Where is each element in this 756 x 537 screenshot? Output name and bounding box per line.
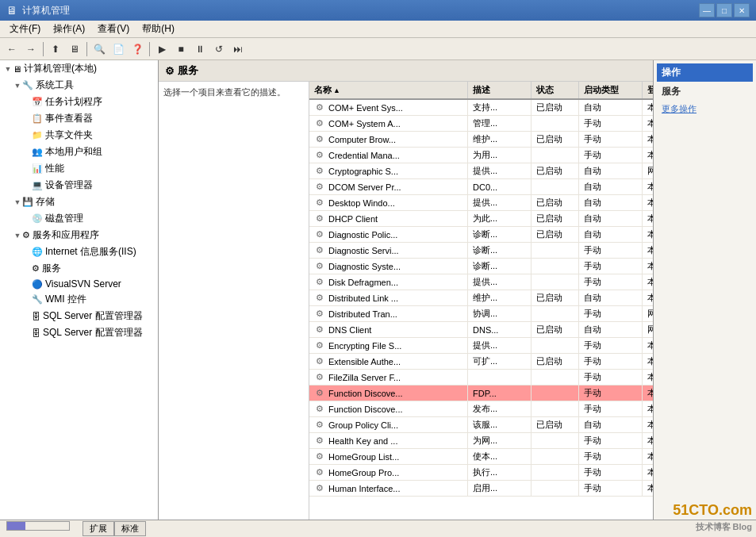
table-row[interactable]: ⚙Human Interface...启用...手动本地系统 [309, 481, 653, 497]
service-status-cell [532, 306, 579, 321]
tree-item-15[interactable]: 🗄SQL Server 配置管理器 [0, 308, 158, 324]
table-row[interactable]: ⚙FileZilla Server F...手动本地系统 [309, 370, 653, 385]
service-startup-cell: 自动 [579, 195, 643, 210]
service-name: DHCP Client [328, 214, 378, 224]
table-header-登录为[interactable]: 登录为 [643, 82, 653, 98]
tree-item-8[interactable]: ▼💾存储 [0, 194, 158, 210]
table-row[interactable]: ⚙Health Key and ...为网...手动本地系统 [309, 433, 653, 449]
up-button[interactable]: ⬆ [47, 40, 64, 58]
service-status-cell [532, 148, 579, 163]
back-button[interactable]: ← [3, 40, 21, 58]
tree-item-4[interactable]: 📁共享文件夹 [0, 127, 158, 144]
service-name-cell: ⚙Human Interface... [309, 481, 468, 496]
toolbar: ← → ⬆ 🖥 🔍 📄 ❓ ▶ ■ ⏸ ↺ ⏭ [0, 38, 756, 60]
tree-item-0[interactable]: ▼🖥计算机管理(本地) [0, 60, 158, 77]
service-logon-cell: 本地系统 [643, 481, 653, 496]
tree-item-13[interactable]: 🔵VisualSVN Server [0, 277, 158, 291]
tree-item-2[interactable]: 📅任务计划程序 [0, 94, 158, 110]
service-gear-icon: ⚙ [314, 420, 325, 431]
tree-item-3[interactable]: 📋事件查看器 [0, 110, 158, 127]
table-header-描述[interactable]: 描述 [468, 82, 532, 98]
menu-item[interactable]: 查看(V) [91, 21, 136, 37]
service-name-cell: ⚙Computer Brow... [309, 132, 468, 147]
table-row[interactable]: ⚙Cryptographic S...提供...已启动自动网络服务 [309, 163, 653, 179]
service-startup-cell: 手动 [579, 385, 643, 401]
more-actions-link[interactable]: 更多操作 [657, 102, 753, 117]
table-row[interactable]: ⚙Extensible Authe...可扩...已启动手动本地系统 [309, 354, 653, 370]
table-header-启动类型[interactable]: 启动类型 [579, 82, 643, 98]
service-status-cell [532, 481, 579, 496]
tree-item-16[interactable]: 🗄SQL Server 配置管理器 [0, 324, 158, 341]
status-tab-标准[interactable]: 标准 [114, 521, 146, 536]
table-row[interactable]: ⚙Diagnostic Servi...诊断...手动本地服务 [309, 243, 653, 259]
table-row[interactable]: ⚙Distributed Link ...维护...已启动自动本地系统 [309, 290, 653, 306]
tree-item-5[interactable]: 👥本地用户和组 [0, 144, 158, 160]
tree-item-14[interactable]: 🔧WMI 控件 [0, 291, 158, 308]
tree-node-icon: 🖥 [13, 64, 21, 74]
table-row[interactable]: ⚙Function Discove...FDP...手动本地服务 [309, 385, 653, 401]
pause-button[interactable]: ⏸ [191, 40, 209, 58]
minimize-button[interactable]: — [699, 3, 715, 17]
service-name-cell: ⚙Diagnostic Syste... [309, 259, 468, 274]
service-name: COM+ Event Sys... [328, 103, 403, 113]
table-row[interactable]: ⚙Distributed Tran...协调...手动网络服务 [309, 306, 653, 322]
service-logon-cell: 本地系统 [643, 465, 653, 480]
export-button[interactable]: 📄 [109, 40, 127, 58]
search-button[interactable]: 🔍 [90, 40, 108, 58]
service-name: Diagnostic Servi... [328, 246, 399, 255]
table-row[interactable]: ⚙COM+ Event Sys...支持...已启动自动本地服务 [309, 100, 653, 116]
tree-item-7[interactable]: 💻设备管理器 [0, 177, 158, 194]
menu-item[interactable]: 文件(F) [3, 21, 47, 37]
play-button[interactable]: ▶ [153, 40, 171, 58]
table-row[interactable]: ⚙DCOM Server Pr...DC0...自动本地系统 [309, 179, 653, 195]
table-row[interactable]: ⚙DHCP Client为此...已启动自动本地服务 [309, 211, 653, 227]
table-row[interactable]: ⚙Computer Brow...维护...已启动手动本地系统 [309, 132, 653, 148]
table-row[interactable]: ⚙HomeGroup Pro...执行...手动本地系统 [309, 465, 653, 481]
table-row[interactable]: ⚙Disk Defragmen...提供...手动本地系统 [309, 274, 653, 290]
service-startup-cell: 自动 [579, 417, 643, 432]
close-button[interactable]: ✕ [734, 3, 750, 17]
tree-item-11[interactable]: 🌐Internet 信息服务(IIS) [0, 244, 158, 260]
show-hide-button[interactable]: 🖥 [66, 40, 83, 58]
service-name: Function Discove... [328, 389, 403, 398]
tree-node-icon: 🔧 [22, 80, 33, 90]
table-row[interactable]: ⚙Group Policy Cli...该服...已启动自动本地系统 [309, 417, 653, 433]
help-button[interactable]: ❓ [129, 40, 146, 58]
table-row[interactable]: ⚙Encrypting File S...提供...手动本地系统 [309, 338, 653, 354]
stop-button[interactable]: ■ [172, 40, 190, 58]
status-bar: 扩展标准 [0, 520, 756, 537]
tree-item-9[interactable]: 💿磁盘管理 [0, 210, 158, 227]
tree-item-10[interactable]: ▼⚙服务和应用程序 [0, 227, 158, 244]
maximize-button[interactable]: □ [716, 3, 732, 17]
tree-item-12[interactable]: ⚙服务 [0, 260, 158, 277]
service-desc-cell: 执行... [468, 465, 532, 480]
service-desc-cell: 协调... [468, 306, 532, 321]
service-startup-cell: 自动 [579, 211, 643, 226]
table-row[interactable]: ⚙Desktop Windo...提供...已启动自动本地系统 [309, 195, 653, 211]
watermark: 51CTO.com 技术博客 Blog [673, 501, 752, 533]
table-header-状态[interactable]: 状态 [532, 82, 579, 98]
forward-button[interactable]: → [22, 40, 40, 58]
table-row[interactable]: ⚙COM+ System A...管理...手动本地系统 [309, 116, 653, 132]
table-row[interactable]: ⚙HomeGroup List...使本...手动本地服务 [309, 449, 653, 465]
service-status-cell [532, 179, 579, 194]
service-name: COM+ System A... [328, 119, 401, 128]
service-name-cell: ⚙Distributed Link ... [309, 290, 468, 305]
menu-item[interactable]: 帮助(H) [136, 21, 181, 37]
table-row[interactable]: ⚙Credential Mana...为用...手动本地系统 [309, 148, 653, 163]
service-startup-cell: 手动 [579, 274, 643, 290]
table-row[interactable]: ⚙DNS ClientDNS...已启动自动网络服务 [309, 322, 653, 338]
tree-node-label: 本地用户和组 [45, 145, 102, 159]
restart-button[interactable]: ↺ [210, 40, 228, 58]
tree-node-icon: ⚙ [32, 263, 40, 274]
status-tab-扩展[interactable]: 扩展 [83, 521, 114, 536]
tree-item-6[interactable]: 📊性能 [0, 160, 158, 177]
table-row[interactable]: ⚙Function Discove...发布...手动本地服务 [309, 401, 653, 417]
table-row[interactable]: ⚙Diagnostic Polic...诊断...已启动自动本地服务 [309, 227, 653, 243]
menu-item[interactable]: 操作(A) [47, 21, 91, 37]
service-gear-icon: ⚙ [314, 102, 325, 113]
table-row[interactable]: ⚙Diagnostic Syste...诊断...手动本地系统 [309, 259, 653, 274]
skip-button[interactable]: ⏭ [229, 40, 247, 58]
table-header-名称[interactable]: 名称 ▲ [309, 82, 468, 98]
tree-item-1[interactable]: ▼🔧系统工具 [0, 77, 158, 94]
